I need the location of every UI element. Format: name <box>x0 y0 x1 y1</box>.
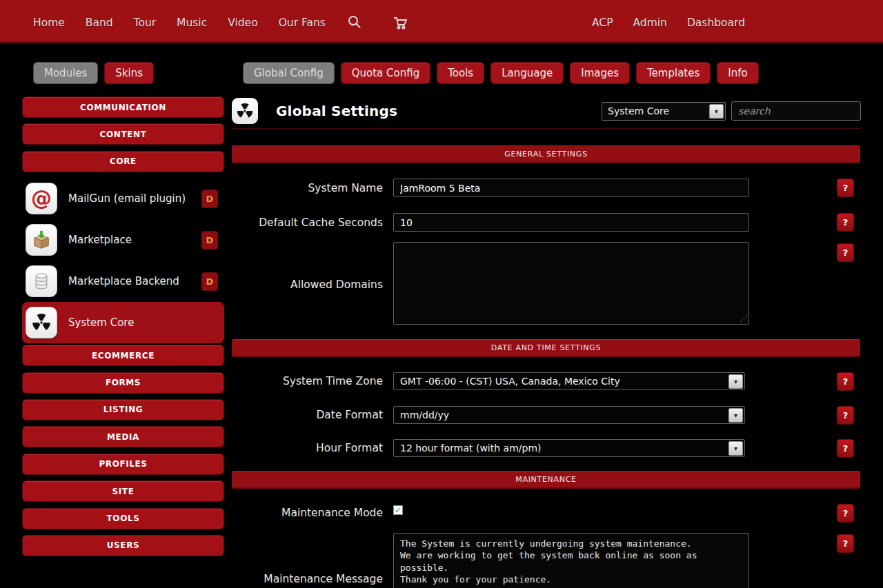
field-row-system-name: System Name ? <box>232 179 860 197</box>
module-label: Marketplace Backend <box>68 275 179 287</box>
module-row-marketplace-backend[interactable]: Marketplace Backend D <box>22 261 224 302</box>
nav-right-group: ACP Admin Dashboard <box>592 12 745 29</box>
maintenance-mode-checkbox[interactable]: ✓ <box>393 505 403 515</box>
help-button[interactable]: ? <box>837 406 854 425</box>
nav-item-music[interactable]: Music <box>177 17 207 29</box>
nav-item-band[interactable]: Band <box>86 17 113 29</box>
module-select-value: System Core <box>608 105 669 116</box>
sidebar-item-ecommerce[interactable]: ECOMMERCE <box>22 345 224 366</box>
chevron-down-icon[interactable]: ▾ <box>728 441 743 456</box>
check-icon: ✓ <box>395 506 401 514</box>
hour-format-label: Hour Format <box>232 442 383 454</box>
date-format-select[interactable]: mm/dd/yy ▾ <box>393 406 745 424</box>
help-button[interactable]: ? <box>837 243 854 262</box>
header-controls: System Core ▾ <box>602 101 861 121</box>
tab-images[interactable]: Images <box>570 62 630 84</box>
tab-templates[interactable]: Templates <box>636 62 711 84</box>
field-row-cache-seconds: Default Cache Seconds ? <box>232 213 860 232</box>
module-label: Marketplace <box>68 234 132 246</box>
radiation-icon <box>26 307 57 338</box>
sidebar-item-site[interactable]: SITE <box>22 480 224 502</box>
chevron-down-icon[interactable]: ▾ <box>728 374 743 389</box>
tab-group-config: Global Config Quota Config Tools Languag… <box>243 62 759 84</box>
deprecated-badge[interactable]: D <box>201 272 218 291</box>
sidebar-item-media[interactable]: MEDIA <box>22 426 224 447</box>
help-button[interactable]: ? <box>837 179 854 197</box>
section-header-datetime: DATE AND TIME SETTINGS <box>232 339 860 357</box>
tab-skins[interactable]: Skins <box>104 62 154 84</box>
toolbar: Modules Skins Global Config Quota Config… <box>33 62 861 84</box>
header-divider <box>232 128 861 129</box>
maintenance-mode-label: Maintenance Mode <box>232 507 383 519</box>
field-row-maintenance-message: Maintenance Message The System is curren… <box>232 533 860 588</box>
maintenance-message-textarea[interactable]: The System is currently undergoing syste… <box>393 533 749 588</box>
module-row-system-core[interactable]: System Core <box>22 302 224 343</box>
database-icon <box>26 265 57 297</box>
sidebar-item-profiles[interactable]: PROFILES <box>22 454 224 475</box>
deprecated-badge[interactable]: D <box>201 190 218 208</box>
allowed-domains-textarea[interactable] <box>393 242 749 325</box>
nav-item-video[interactable]: Video <box>228 17 257 29</box>
module-select[interactable]: System Core ▾ <box>602 102 726 121</box>
package-box-icon <box>26 224 57 256</box>
sidebar-item-tools[interactable]: TOOLS <box>22 508 224 529</box>
sidebar: COMMUNICATION CONTENT CORE @ MailGun (em… <box>22 97 224 562</box>
tab-global-config[interactable]: Global Config <box>243 62 335 84</box>
time-zone-select[interactable]: GMT -06:00 - (CST) USA, Canada, Mexico C… <box>393 372 745 390</box>
cache-seconds-label: Default Cache Seconds <box>232 216 383 229</box>
tab-language[interactable]: Language <box>490 62 564 84</box>
nav-item-admin[interactable]: Admin <box>633 17 667 29</box>
radiation-icon <box>232 98 258 124</box>
core-module-list: @ MailGun (email plugin) D Marketplace D <box>22 178 224 343</box>
date-format-value: mm/dd/yy <box>400 409 449 420</box>
tab-modules[interactable]: Modules <box>33 62 98 84</box>
module-row-marketplace[interactable]: Marketplace D <box>22 219 224 261</box>
sidebar-item-listing[interactable]: LISTING <box>22 399 224 420</box>
help-button[interactable]: ? <box>837 439 854 458</box>
sidebar-item-forms[interactable]: FORMS <box>22 372 224 394</box>
help-button[interactable]: ? <box>837 213 854 232</box>
search-icon[interactable] <box>346 14 363 31</box>
maintenance-message-label: Maintenance Message <box>232 573 383 585</box>
cart-icon[interactable] <box>392 14 408 31</box>
module-row-mailgun[interactable]: @ MailGun (email plugin) D <box>22 178 224 219</box>
search-input[interactable] <box>731 101 861 121</box>
nav-item-our-fans[interactable]: Our Fans <box>279 17 326 29</box>
date-format-label: Date Format <box>232 409 383 421</box>
nav-item-acp[interactable]: ACP <box>592 17 613 29</box>
help-button[interactable]: ? <box>837 534 854 553</box>
hour-format-select[interactable]: 12 hour format (with am/pm) ▾ <box>393 439 745 457</box>
nav-left-group: Home Band Tour Music Video Our Fans <box>33 10 408 31</box>
at-spiral-icon: @ <box>26 183 57 214</box>
tab-tools[interactable]: Tools <box>437 62 484 84</box>
main-content: Global Settings System Core ▾ GENERAL SE… <box>232 95 861 588</box>
time-zone-label: System Time Zone <box>232 375 383 387</box>
sidebar-item-users[interactable]: USERS <box>22 535 224 556</box>
top-navbar: Home Band Tour Music Video Our Fans ACP … <box>0 0 883 43</box>
field-row-time-zone: System Time Zone GMT -06:00 - (CST) USA,… <box>232 372 860 390</box>
sidebar-item-core[interactable]: CORE <box>22 151 224 172</box>
help-button[interactable]: ? <box>837 504 854 523</box>
cache-seconds-input[interactable] <box>393 213 749 232</box>
chevron-down-icon[interactable]: ▾ <box>709 104 724 119</box>
time-zone-value: GMT -06:00 - (CST) USA, Canada, Mexico C… <box>400 376 620 387</box>
nav-item-home[interactable]: Home <box>33 17 65 29</box>
field-row-maintenance-mode: Maintenance Mode ✓ ? <box>232 503 860 523</box>
sidebar-item-content[interactable]: CONTENT <box>22 123 224 145</box>
tab-quota-config[interactable]: Quota Config <box>341 62 430 84</box>
nav-item-tour[interactable]: Tour <box>134 17 157 29</box>
system-name-input[interactable] <box>393 179 749 197</box>
chevron-down-icon[interactable]: ▾ <box>728 408 743 423</box>
section-header-general: GENERAL SETTINGS <box>232 145 860 163</box>
sidebar-item-communication[interactable]: COMMUNICATION <box>22 97 224 118</box>
help-button[interactable]: ? <box>837 372 854 391</box>
tab-group-modules-skins: Modules Skins <box>33 62 154 84</box>
allowed-domains-label: Allowed Domains <box>232 278 383 291</box>
nav-item-dashboard[interactable]: Dashboard <box>687 17 745 29</box>
deprecated-badge[interactable]: D <box>201 231 218 250</box>
field-row-hour-format: Hour Format 12 hour format (with am/pm) … <box>232 439 860 457</box>
tab-info[interactable]: Info <box>717 62 758 84</box>
page-title: Global Settings <box>276 103 397 119</box>
hour-format-value: 12 hour format (with am/pm) <box>400 443 541 454</box>
module-label: MailGun (email plugin) <box>68 192 186 205</box>
